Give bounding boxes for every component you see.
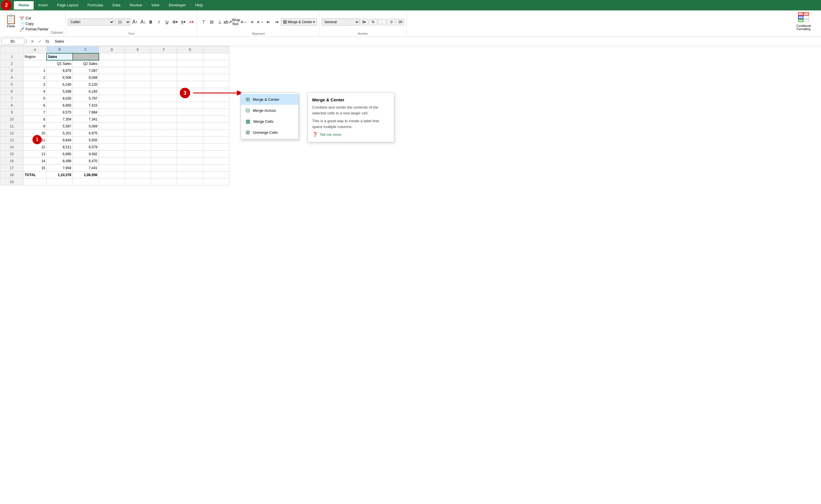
cell-g4[interactable]: [177, 74, 203, 81]
decrease-indent-button[interactable]: ⇤: [265, 19, 272, 25]
cell-b10[interactable]: 7,354: [47, 116, 73, 123]
cell-c6[interactable]: 6,183: [73, 88, 99, 95]
borders-button[interactable]: ⊞▾: [171, 19, 178, 25]
row-number[interactable]: 1: [0, 53, 23, 60]
cell-e7[interactable]: [125, 95, 151, 102]
row-number[interactable]: 14: [0, 144, 23, 151]
col-header-a[interactable]: A: [23, 46, 47, 53]
cell-d9[interactable]: [99, 109, 125, 116]
row-number[interactable]: 9: [0, 109, 23, 116]
tab-view[interactable]: View: [147, 1, 164, 10]
cell-b13[interactable]: 9,844: [47, 137, 73, 144]
cell-e1[interactable]: [125, 53, 151, 60]
cell-a4[interactable]: 2: [23, 74, 47, 81]
merge-center-dropdown-item[interactable]: ⊞ Merge & Center: [241, 94, 298, 105]
cell-a14[interactable]: 12: [23, 144, 47, 151]
merge-cells-dropdown-item[interactable]: ▦ Merge Cells: [241, 116, 298, 127]
cell-e12[interactable]: [125, 130, 151, 137]
font-color-button[interactable]: A▾: [188, 19, 195, 25]
cell-a5[interactable]: 3: [23, 81, 47, 88]
row-number[interactable]: 2: [0, 60, 23, 67]
tab-formulas[interactable]: Formulas: [83, 1, 108, 10]
tab-developer[interactable]: Developer: [164, 1, 190, 10]
cell-g14[interactable]: [177, 144, 203, 151]
unmerge-cells-dropdown-item[interactable]: ⊠ Unmerge Cells: [241, 127, 298, 138]
cell-b16[interactable]: 8,498: [47, 158, 73, 165]
tab-help[interactable]: Help: [190, 1, 208, 10]
cell-b9[interactable]: 8,575: [47, 109, 73, 116]
row-number[interactable]: 4: [0, 74, 23, 81]
cell-g12[interactable]: [177, 130, 203, 137]
cell-d8[interactable]: [99, 102, 125, 109]
cell-f8[interactable]: [151, 102, 177, 109]
cell-c2[interactable]: Q2 Sales: [73, 60, 99, 67]
cell-f5[interactable]: [151, 81, 177, 88]
cell-e18[interactable]: [125, 171, 151, 178]
font-name-select[interactable]: Calibri: [68, 19, 114, 25]
cell-g13[interactable]: [177, 137, 203, 144]
cell-a1[interactable]: Region: [23, 53, 47, 60]
cell-c9[interactable]: 7,884: [73, 109, 99, 116]
cell-f18[interactable]: [151, 171, 177, 178]
cell-d16[interactable]: [99, 158, 125, 165]
shrink-font-button[interactable]: A↓: [140, 19, 147, 25]
format-painter-button[interactable]: 🖌️ Format Painter: [19, 27, 49, 32]
cell-extra[interactable]: [203, 116, 229, 123]
cell-extra[interactable]: [203, 102, 229, 109]
tab-home[interactable]: Home: [14, 1, 34, 10]
cell-b12[interactable]: 5,201: [47, 130, 73, 137]
cell-f2[interactable]: [151, 60, 177, 67]
row-number[interactable]: 10: [0, 116, 23, 123]
cell-f6[interactable]: [151, 88, 177, 95]
percent-button[interactable]: %: [369, 19, 377, 25]
cell-extra[interactable]: [203, 74, 229, 81]
tab-insert[interactable]: Insert: [34, 1, 52, 10]
comma-button[interactable]: ,: [378, 19, 386, 25]
cell-c16[interactable]: 8,470: [73, 158, 99, 165]
cell-a19[interactable]: [23, 178, 47, 185]
cell-a8[interactable]: 6: [23, 102, 47, 109]
cell-e14[interactable]: [125, 144, 151, 151]
conditional-formatting-button[interactable]: Conditional Formatting: [790, 12, 818, 30]
cell-g1[interactable]: [177, 53, 203, 60]
cell-e8[interactable]: [125, 102, 151, 109]
cell-f13[interactable]: [151, 137, 177, 144]
cell-extra[interactable]: [203, 81, 229, 88]
cell-e16[interactable]: [125, 158, 151, 165]
cell-d12[interactable]: [99, 130, 125, 137]
increase-decimal-button[interactable]: .00: [396, 19, 404, 25]
cell-e17[interactable]: [125, 165, 151, 171]
cell-f7[interactable]: [151, 95, 177, 102]
cell-c14[interactable]: 8,579: [73, 144, 99, 151]
orientation-button[interactable]: ab↗: [224, 19, 232, 25]
col-header-f[interactable]: F: [151, 46, 177, 53]
row-number[interactable]: 19: [0, 178, 23, 185]
cell-f15[interactable]: [151, 151, 177, 158]
cell-e13[interactable]: [125, 137, 151, 144]
cell-d2[interactable]: [99, 60, 125, 67]
merge-across-dropdown-item[interactable]: ⊟ Merge Across: [241, 105, 298, 116]
col-header-d[interactable]: D: [99, 46, 125, 53]
cell-e6[interactable]: [125, 88, 151, 95]
cell-e4[interactable]: [125, 74, 151, 81]
cell-a17[interactable]: 15: [23, 165, 47, 171]
row-number[interactable]: 8: [0, 102, 23, 109]
cell-b17[interactable]: 7,694: [47, 165, 73, 171]
cell-d1[interactable]: [99, 53, 125, 60]
increase-indent-button[interactable]: ⇥: [273, 19, 280, 25]
cell-b2[interactable]: Q1 Sales: [47, 60, 73, 67]
cell-g19[interactable]: [177, 178, 203, 185]
align-right-button[interactable]: ≡→: [257, 19, 264, 25]
cell-a7[interactable]: 5: [23, 95, 47, 102]
cell-d17[interactable]: [99, 165, 125, 171]
cell-d14[interactable]: [99, 144, 125, 151]
cell-b15[interactable]: 6,985: [47, 151, 73, 158]
cell-g8[interactable]: [177, 102, 203, 109]
cell-f11[interactable]: [151, 123, 177, 130]
cell-a9[interactable]: 7: [23, 109, 47, 116]
cell-extra[interactable]: [203, 151, 229, 158]
col-header-e[interactable]: E: [125, 46, 151, 53]
cell-g9[interactable]: [177, 109, 203, 116]
row-number[interactable]: 18: [0, 171, 23, 178]
row-number[interactable]: 12: [0, 130, 23, 137]
